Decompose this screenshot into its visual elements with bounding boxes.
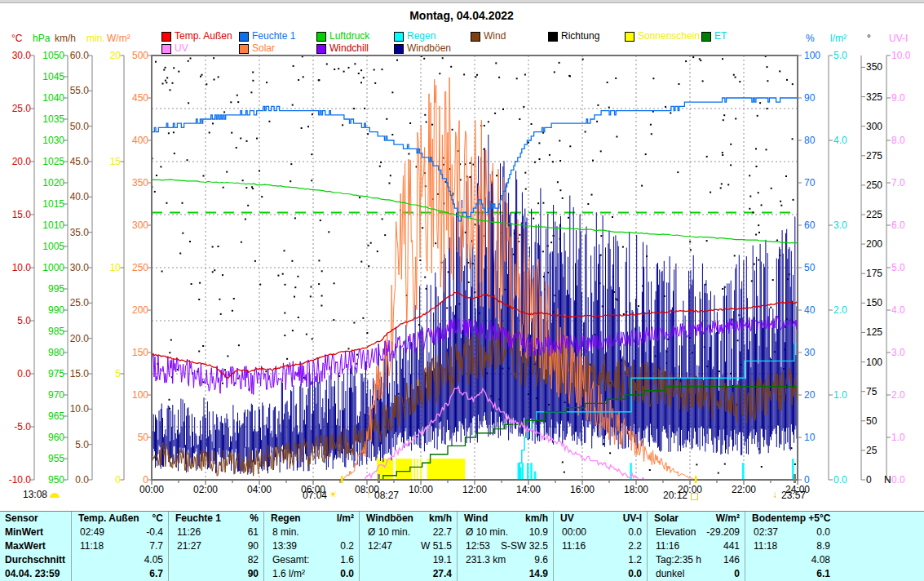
axis-tick-label: 2.0 [891, 390, 924, 400]
stats-cell-value: 1.6 [340, 553, 359, 567]
stats-cell-value: 27.4 [433, 567, 457, 581]
stats-cell-time [169, 567, 177, 581]
moonset-icon: ↓ [772, 490, 777, 500]
stats-sensor-unit: l/m² [337, 512, 359, 526]
stats-cell-value: 22.7 [433, 526, 457, 539]
stats-cell-time [458, 567, 466, 581]
axis-tick-label: 30.0 [0, 51, 31, 60]
stats-cell: Elevation-29.209 [648, 526, 745, 539]
axis-tick-label: 500 [113, 51, 148, 60]
stats-cell-time: 12:47 [360, 539, 392, 553]
axis-tick-label: 350 [113, 178, 148, 188]
stats-cell: 11:16441 [648, 539, 745, 553]
stats-column: Feuchte 1%11:266121:27908290 [168, 512, 263, 581]
axis-tick-label: 4.0 [891, 305, 924, 315]
stats-sensor-name: Regen [264, 512, 301, 526]
stats-cell-time: 1.6 l/m² [264, 567, 305, 581]
time-tick-label: 22:00 [726, 485, 762, 495]
axis-tick-label: 4.0 [833, 135, 869, 145]
stats-cell: 27.4 [360, 567, 457, 581]
stats-cell-value: -29.209 [706, 526, 745, 539]
stats-cell: dunkel0 [648, 567, 745, 581]
stats-cell-value: 4.05 [144, 553, 168, 567]
stats-cell-time: 02:37 [745, 526, 778, 539]
stats-cell-time [72, 567, 80, 581]
stats-column-header: Temp. Außen°C [72, 512, 168, 526]
axis-unit-label: l/m² [830, 33, 847, 43]
sunset-icon [691, 491, 698, 502]
stats-column-header: Windböenkm/h [360, 512, 457, 526]
stats-cell-time [554, 567, 562, 581]
axis-tick-label: 25.0 [0, 104, 31, 113]
stats-cell-value: 441 [723, 539, 745, 553]
stats-row-label: 04.04. 23:59 [0, 567, 71, 581]
axis-tick-label: 50 [866, 416, 902, 426]
stats-cell: 1.6 l/m²0.0 [264, 567, 359, 581]
stats-cell: 231.3 km9.6 [458, 553, 553, 567]
stats-cell: 0.0 [554, 567, 647, 581]
stats-cell-value: 0.0 [816, 526, 924, 539]
axis-tick-label: 1.0 [891, 432, 924, 442]
stats-cell-value: 1.2 [628, 553, 647, 567]
axis-tick-label: 200 [113, 305, 148, 315]
stats-cell: 4.08 [745, 553, 924, 567]
axis-tick-label: 300 [113, 220, 148, 230]
stats-cell: 4.05 [72, 553, 168, 567]
stats-cell-time: 11:26 [169, 526, 201, 539]
axis-tick-label: 3.0 [833, 220, 869, 230]
axis-tick-label: 1045 [29, 72, 64, 82]
stats-cell-time: 12:53 [458, 539, 490, 553]
stats-cell-time [554, 553, 562, 567]
stats-cell-value: W 51.5 [421, 539, 457, 553]
stats-row-label: MinWert [0, 526, 71, 539]
stats-cell-time: 13:39 [264, 539, 297, 553]
axis-tick-label: 275 [866, 151, 902, 161]
stats-cell: 11:187.7 [72, 539, 168, 553]
stats-cell-value: 61 [248, 526, 263, 539]
stats-sensor-unit: % [250, 512, 263, 526]
axis-tick-label: 30 [804, 348, 840, 357]
stats-cell-value: 146 [723, 553, 745, 567]
stats-cell-value: 0.0 [340, 567, 359, 581]
time-tick-label: 14:00 [511, 485, 546, 495]
stats-row-label-column: SensorMinWertMaxWertDurchschnitt04.04. 2… [0, 512, 71, 581]
axis-unit-label: min. [86, 33, 105, 43]
daylight-duration: 13:08 [23, 490, 60, 500]
stats-cell-value: S-SW 32.5 [501, 539, 553, 553]
stats-column: Bodentemp +5°C02:370.011:188.94.086.1 [745, 512, 924, 581]
stats-cell-value: 7.7 [149, 539, 168, 553]
stats-cell: 6.7 [72, 567, 168, 581]
axis-tick-label: 980 [29, 348, 64, 357]
stats-sensor-unit: km/h [525, 512, 553, 526]
axis-tick-label: 5 [85, 369, 121, 379]
axis-tick-label: -10.0 [0, 475, 31, 485]
stats-column-header: Windkm/h [458, 512, 553, 526]
stats-cell-time: Elevation [648, 526, 696, 539]
stats-cell-time: Tag:2:35 h [648, 553, 701, 567]
axis-tick-label: 15.0 [53, 369, 89, 379]
axis-unit-label: UV-I [889, 33, 908, 43]
axis-tick-label: 25 [866, 446, 902, 455]
stats-cell: 1.2 [554, 553, 647, 567]
weather-day-chart-window: Montag, 04.04.2022 Temp. AußenFeuchte 1L… [0, 0, 924, 581]
stats-cell-time: dunkel [648, 567, 684, 581]
stats-row-label-text: 04.04. 23:59 [0, 567, 60, 581]
moonset-time: 23:57 [781, 490, 806, 501]
stats-cell-value: 90 [248, 539, 263, 553]
stats-sensor-name: Wind [458, 512, 488, 526]
axis-tick-label: 970 [29, 390, 64, 400]
stats-column: Regenl/m²8 min.13:390.2Gesamt:1.61.6 l/m… [263, 512, 359, 581]
time-tick-label: 10:00 [403, 485, 439, 495]
stats-cell-value: 10.9 [529, 526, 553, 539]
stats-sensor-name: Feuchte 1 [169, 512, 221, 526]
stats-sensor-name: Solar [648, 512, 679, 526]
axis-tick-label: 5.0 [891, 263, 924, 273]
stats-cell-time: Ø 10 min. [458, 526, 508, 539]
stats-cell-value: 2.2 [628, 539, 647, 553]
stats-column-header: Regenl/m² [264, 512, 359, 526]
stats-cell: 19.1 [360, 553, 457, 567]
stats-cell-time [360, 553, 368, 567]
stats-column: UVUV-I00:000.011:162.21.20.0 [553, 512, 647, 581]
axis-tick-label: 450 [113, 93, 148, 103]
daylight-duration-value: 13:08 [23, 489, 47, 500]
